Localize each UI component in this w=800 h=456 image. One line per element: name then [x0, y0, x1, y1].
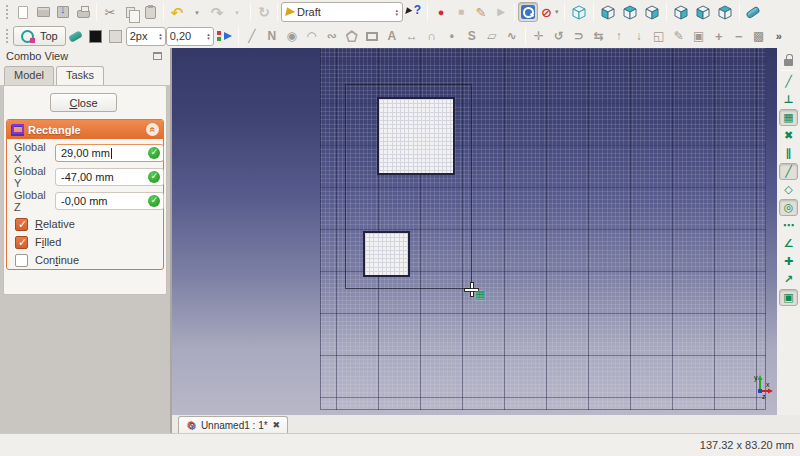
- view-right-button[interactable]: [641, 2, 663, 22]
- snap-center-button[interactable]: ◎: [779, 199, 798, 216]
- draft-dimension-button[interactable]: ↔: [402, 26, 422, 46]
- draft-edit-button[interactable]: ✎: [669, 26, 689, 46]
- undo-dropdown[interactable]: ▾: [187, 2, 207, 22]
- workbench-icon: [285, 7, 296, 18]
- scale-spinbox[interactable]: 0,20▴▾: [166, 27, 214, 46]
- snap-special-button[interactable]: ◇: [779, 181, 798, 198]
- tab-tasks[interactable]: Tasks: [56, 66, 104, 85]
- rectangle-task-header[interactable]: Rectangle: [7, 120, 163, 139]
- refresh-button[interactable]: ↻: [254, 2, 274, 22]
- draft-offset-button[interactable]: ⊃: [569, 26, 589, 46]
- draft-bezier-button[interactable]: ∿: [502, 26, 522, 46]
- 3d-viewport[interactable]: y x z: [172, 48, 777, 415]
- draft-delpoint-button-icon: −: [735, 30, 743, 43]
- snap-endpoint-button[interactable]: ╱: [779, 73, 798, 90]
- float-panel-icon[interactable]: [153, 52, 162, 60]
- draft-delpoint-button[interactable]: −: [729, 26, 749, 46]
- snap-grid-button[interactable]: ▦: [779, 109, 798, 126]
- draft-rectangle-button[interactable]: [362, 26, 382, 46]
- macro-stop-button[interactable]: ■: [451, 2, 471, 22]
- draft-scale-button[interactable]: ◱: [649, 26, 669, 46]
- open-file-button[interactable]: [33, 2, 53, 22]
- draft-addpoint-button[interactable]: +: [709, 26, 729, 46]
- draft-facebinder-button[interactable]: ▱: [482, 26, 502, 46]
- toolbar-overflow[interactable]: »: [769, 26, 789, 46]
- line-width-spinbox[interactable]: 2px▴▾: [126, 27, 166, 46]
- draft-upgrade-button[interactable]: ↑: [609, 26, 629, 46]
- new-file-button[interactable]: [13, 2, 33, 22]
- construction-mode-button[interactable]: [66, 26, 86, 46]
- global-z-input[interactable]: -0,00 mm: [55, 192, 164, 210]
- macro-record-button[interactable]: ●: [431, 2, 451, 22]
- draft-bspline-button[interactable]: ∩: [422, 26, 442, 46]
- view-bottom-button[interactable]: [692, 2, 714, 22]
- draft-ellipse-button[interactable]: ∾: [322, 26, 342, 46]
- draft-text-button[interactable]: A: [382, 26, 402, 46]
- line-color-swatch[interactable]: [86, 26, 106, 46]
- view-top-button[interactable]: [619, 2, 641, 22]
- workbench-selector[interactable]: Draft▴▾: [281, 2, 403, 22]
- fit-all-button[interactable]: [518, 2, 538, 22]
- draw-style-button[interactable]: ⊘▾: [538, 2, 561, 22]
- draft-polygon-button[interactable]: [342, 26, 362, 46]
- view-left-button[interactable]: [714, 2, 736, 22]
- drawn-rectangle-large[interactable]: [377, 97, 455, 175]
- snap-midpoint-button[interactable]: ╱: [779, 163, 798, 180]
- draft-to-sketch-button[interactable]: ▩: [749, 26, 769, 46]
- view-front-button[interactable]: [597, 2, 619, 22]
- draft-arc-button[interactable]: ◠: [302, 26, 322, 46]
- view-axonometric-button[interactable]: [568, 2, 590, 22]
- relative-checkbox[interactable]: [15, 218, 28, 231]
- spin-arrows-icon[interactable]: ▴▾: [204, 32, 210, 40]
- snap-extension-button[interactable]: ✚: [779, 253, 798, 270]
- snap-working-plane-button[interactable]: ▣: [779, 289, 798, 306]
- continue-checkbox[interactable]: [15, 254, 28, 267]
- draft-downgrade-button[interactable]: ↓: [629, 26, 649, 46]
- macro-play-button[interactable]: ▶: [491, 2, 511, 22]
- spin-arrows-icon[interactable]: ▴▾: [156, 32, 162, 40]
- draft-rotate-button[interactable]: ↺: [549, 26, 569, 46]
- global-x-input[interactable]: 29,00 mm: [55, 144, 164, 162]
- view-rear-button[interactable]: [670, 2, 692, 22]
- filled-checkbox[interactable]: [15, 236, 28, 249]
- draft-move-button[interactable]: ✛: [529, 26, 549, 46]
- snap-angle-button[interactable]: ∠: [779, 235, 798, 252]
- draft-point-button[interactable]: •: [442, 26, 462, 46]
- snap-near-button[interactable]: ↗: [779, 271, 798, 288]
- global-y-input[interactable]: -47,00 mm: [55, 168, 164, 186]
- paste-button[interactable]: [140, 2, 160, 22]
- save-button[interactable]: [53, 2, 73, 22]
- draft-shapestring-button[interactable]: S: [462, 26, 482, 46]
- undo-button[interactable]: ↶: [167, 2, 187, 22]
- measure-distance-button[interactable]: [743, 2, 763, 22]
- draft-wire-button[interactable]: N: [262, 26, 282, 46]
- close-task-button[interactable]: Close: [50, 93, 117, 112]
- drawn-rectangle-small[interactable]: [363, 231, 410, 277]
- tab-close-icon[interactable]: [273, 420, 281, 430]
- draft-shape2dview-button[interactable]: ▣: [689, 26, 709, 46]
- cut-button[interactable]: ✂: [100, 2, 120, 22]
- working-plane-button[interactable]: Top: [13, 26, 66, 46]
- redo-button[interactable]: ↷: [207, 2, 227, 22]
- draft-line-button[interactable]: ╱: [242, 26, 262, 46]
- redo-dropdown[interactable]: ▾: [227, 2, 247, 22]
- draft-trim-button[interactable]: ⇆: [589, 26, 609, 46]
- draft-circle-button[interactable]: ◉: [282, 26, 302, 46]
- snap-intersection-button[interactable]: ✖: [779, 127, 798, 144]
- macro-edit-button[interactable]: ✎: [471, 2, 491, 22]
- snap-lock-button[interactable]: [779, 51, 798, 68]
- global-y-label: Global Y: [7, 165, 53, 189]
- print-button[interactable]: [73, 2, 93, 22]
- snap-perpendicular-button[interactable]: ⊥: [779, 91, 798, 108]
- document-tab[interactable]: Unnamed1 : 1*: [178, 416, 288, 433]
- apply-style-button[interactable]: [214, 26, 235, 46]
- whats-this-button[interactable]: [403, 2, 424, 22]
- snap-parallel-button[interactable]: ∥: [779, 145, 798, 162]
- collapse-section-icon[interactable]: [146, 123, 159, 136]
- spin-arrows-icon[interactable]: ▴▾: [392, 8, 398, 16]
- face-color-swatch[interactable]: [106, 26, 126, 46]
- copy-button[interactable]: [120, 2, 140, 22]
- tab-model[interactable]: Model: [4, 66, 54, 85]
- draw-style-button-dropdown-icon[interactable]: ▾: [555, 8, 559, 16]
- snap-dimensions-button[interactable]: ⋯: [779, 217, 798, 234]
